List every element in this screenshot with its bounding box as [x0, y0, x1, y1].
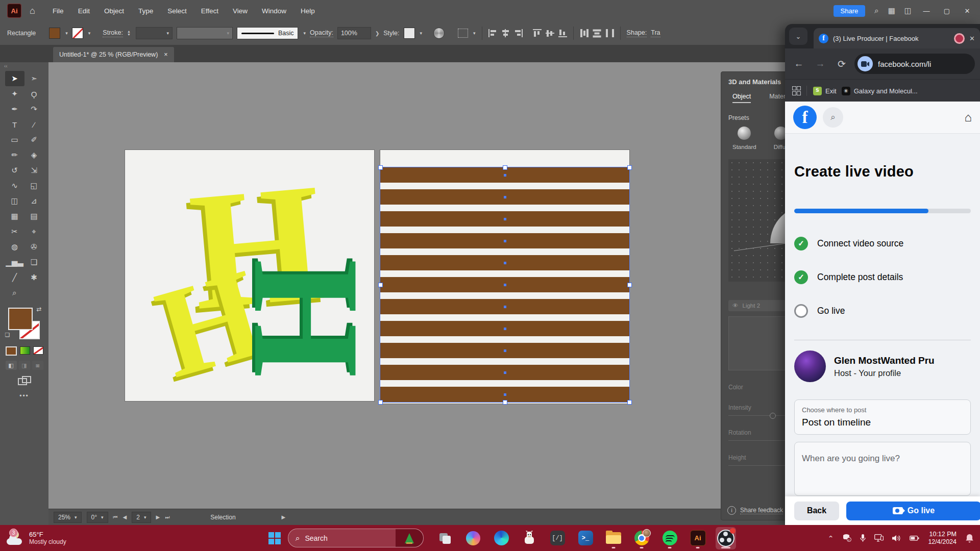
- back-button[interactable]: Back: [794, 502, 839, 520]
- distribute-spacing-icon[interactable]: [605, 29, 614, 37]
- prev-artboard-icon[interactable]: ◀: [123, 514, 127, 520]
- reload-icon[interactable]: ⟳: [833, 58, 850, 70]
- tab-object[interactable]: Object: [732, 93, 751, 103]
- type-tool[interactable]: T: [5, 117, 24, 132]
- status-expand-icon[interactable]: ▶: [282, 514, 286, 520]
- anchor-point[interactable]: [504, 371, 506, 374]
- bounding-box-caret-icon[interactable]: ▾: [473, 31, 476, 36]
- anchor-point[interactable]: [504, 393, 506, 396]
- devices-icon[interactable]: [874, 534, 884, 542]
- illustrator-button[interactable]: Ai: [688, 527, 708, 549]
- selection-handle[interactable]: [378, 400, 383, 405]
- close-button[interactable]: ✕: [962, 7, 973, 15]
- align-bottom-icon[interactable]: [558, 29, 567, 37]
- width-tool[interactable]: ∿: [5, 178, 24, 193]
- perspective-grid-tool[interactable]: ⊿: [24, 193, 44, 209]
- style-swatch[interactable]: [404, 28, 415, 39]
- align-left-icon[interactable]: [488, 29, 497, 37]
- slice-tool[interactable]: ╱: [5, 270, 24, 285]
- menu-select[interactable]: Select: [167, 7, 187, 15]
- spotify-button[interactable]: [659, 527, 680, 549]
- stroke-weight-stepper[interactable]: ▲▼: [127, 30, 131, 36]
- align-right-icon[interactable]: [514, 29, 523, 37]
- clock[interactable]: 10:12 PM 12/4/2024: [928, 531, 957, 546]
- gradient-button[interactable]: [20, 346, 30, 355]
- fill-proxy[interactable]: [8, 308, 33, 330]
- eyedropper-tool[interactable]: ⌖: [24, 224, 44, 239]
- anchor-point[interactable]: [504, 284, 506, 286]
- workspace-icon[interactable]: ◫: [904, 6, 912, 15]
- free-transform-tool[interactable]: ◱: [24, 178, 44, 193]
- schedule-select[interactable]: When are you going live?: [794, 442, 971, 496]
- next-artboard-icon[interactable]: ▶: [156, 514, 160, 520]
- fill-caret-icon[interactable]: ▾: [65, 31, 68, 36]
- shape-builder-tool[interactable]: ◫: [5, 193, 24, 209]
- weather-widget[interactable]: 3 65°F Mostly cloudy: [0, 530, 124, 546]
- selected-stripes-object[interactable]: [380, 167, 629, 402]
- swap-fill-stroke-icon[interactable]: ⇄: [36, 306, 41, 313]
- anchor-point[interactable]: [504, 196, 506, 198]
- draw-inside-icon[interactable]: ◙: [32, 361, 43, 370]
- zoom-level-dropdown[interactable]: 25% ▾: [54, 512, 82, 523]
- shape-value[interactable]: Tra: [651, 29, 660, 37]
- symbol-sprayer-tool[interactable]: ✇: [24, 239, 44, 255]
- color-button[interactable]: [6, 346, 17, 356]
- pencil-tool[interactable]: ✏: [5, 147, 24, 163]
- selection-handle[interactable]: [627, 400, 632, 405]
- brush-caret-icon[interactable]: ▾: [303, 31, 306, 36]
- shape-label[interactable]: Shape:: [627, 29, 647, 37]
- artboard-number-dropdown[interactable]: 2 ▾: [132, 512, 151, 523]
- tab-materials[interactable]: Materi: [769, 93, 787, 103]
- rotation-dropdown[interactable]: 0° ▾: [87, 512, 108, 523]
- intensity-slider-knob[interactable]: [770, 413, 776, 419]
- draw-behind-icon[interactable]: ◨: [19, 361, 30, 370]
- draw-normal-icon[interactable]: ◧: [6, 361, 17, 370]
- magic-wand-tool[interactable]: ✦: [5, 86, 24, 102]
- eraser-tool[interactable]: ◈: [24, 147, 44, 163]
- selection-tool[interactable]: ➤: [5, 71, 24, 86]
- menu-window[interactable]: Window: [262, 7, 286, 15]
- recolor-artwork-icon[interactable]: [433, 28, 445, 39]
- address-bar[interactable]: facebook.com/li: [854, 54, 975, 74]
- selection-handle[interactable]: [378, 283, 383, 287]
- facebook-logo[interactable]: f: [793, 106, 817, 129]
- brush-definition-dropdown[interactable]: Basic: [237, 27, 299, 39]
- distribute-vertical-icon[interactable]: [593, 29, 601, 38]
- notifications-bell-icon[interactable]: [965, 534, 974, 543]
- hand-tool[interactable]: ✱: [24, 270, 44, 285]
- line-segment-tool[interactable]: ∕: [24, 117, 44, 132]
- last-artboard-icon[interactable]: ⏭: [165, 514, 169, 520]
- scale-tool[interactable]: ⇲: [24, 163, 44, 178]
- selection-handle[interactable]: [627, 283, 632, 287]
- tools-panel-grip[interactable]: ‹‹: [0, 62, 48, 69]
- opacity-expand-icon[interactable]: ❯: [375, 31, 379, 36]
- anchor-point[interactable]: [504, 240, 506, 242]
- mesh-tool[interactable]: ▦: [5, 209, 24, 224]
- selection-handle[interactable]: [627, 165, 632, 170]
- eye-icon[interactable]: 👁: [732, 303, 739, 309]
- browser-tab[interactable]: f (3) Live Producer | Facebook ✕: [814, 28, 980, 48]
- tab-close-icon[interactable]: ✕: [969, 35, 975, 42]
- go-live-button[interactable]: Go live: [846, 502, 980, 520]
- menu-edit[interactable]: Edit: [78, 7, 90, 15]
- chrome-button[interactable]: [631, 527, 652, 549]
- llama-app-button[interactable]: [519, 527, 540, 549]
- home-icon[interactable]: ⌂: [30, 6, 35, 16]
- paintbrush-tool[interactable]: ✐: [24, 132, 44, 147]
- bookmark-exit[interactable]: Exit: [813, 87, 837, 95]
- artboard-1[interactable]: H H H H H H: [125, 150, 374, 401]
- distribute-horizontal-icon[interactable]: [580, 29, 589, 37]
- anchor-point[interactable]: [504, 349, 506, 352]
- rectangle-tool[interactable]: ▭: [5, 132, 24, 147]
- edge-button[interactable]: [491, 527, 511, 549]
- anchor-point[interactable]: [504, 218, 506, 220]
- arrange-documents-icon[interactable]: ▦: [888, 6, 895, 15]
- tab-search-icon[interactable]: ⌄: [789, 28, 807, 45]
- selection-handle[interactable]: [503, 400, 507, 405]
- file-explorer-button[interactable]: [603, 527, 624, 549]
- task-view-button[interactable]: [435, 527, 455, 549]
- powershell-button[interactable]: >_: [575, 527, 596, 549]
- first-artboard-icon[interactable]: ⏮: [113, 514, 118, 520]
- maximize-button[interactable]: ▢: [941, 7, 952, 15]
- start-button[interactable]: [264, 532, 285, 544]
